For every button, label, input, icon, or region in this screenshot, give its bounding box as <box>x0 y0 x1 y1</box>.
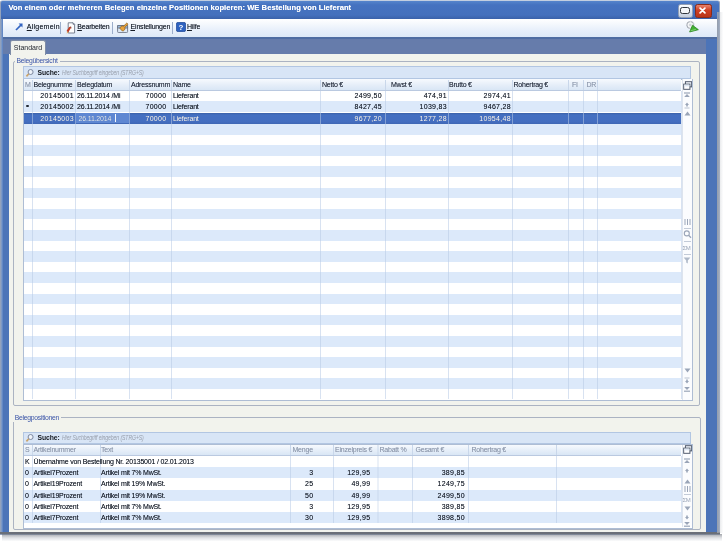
svg-text:?: ? <box>179 23 184 32</box>
